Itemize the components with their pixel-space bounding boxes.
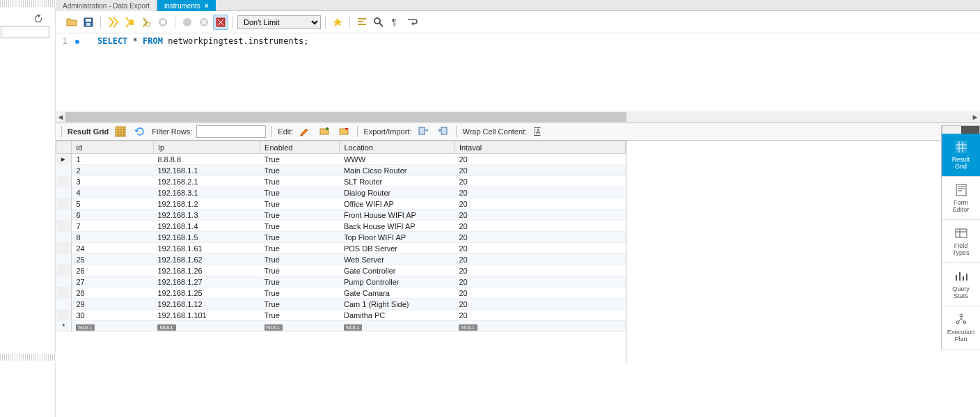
cell-id[interactable]: 4 bbox=[72, 187, 153, 198]
delete-row-button[interactable] bbox=[336, 124, 351, 139]
cell-location[interactable]: Gate Camara bbox=[340, 288, 455, 299]
cell-enabled[interactable]: True bbox=[260, 243, 340, 254]
breakpoint-dot[interactable] bbox=[75, 40, 79, 44]
cell-location[interactable]: Web Server bbox=[340, 254, 455, 265]
grid-view-button[interactable] bbox=[113, 124, 128, 139]
cell-id[interactable]: 8 bbox=[72, 232, 153, 243]
row-marker[interactable] bbox=[56, 221, 72, 232]
cell-location[interactable]: Pump Controller bbox=[340, 276, 455, 288]
row-marker[interactable]: ▸ bbox=[56, 154, 72, 165]
cell-ip[interactable]: 192.168.1.3 bbox=[153, 210, 260, 221]
cell-ip[interactable]: 192.168.1.2 bbox=[153, 198, 260, 210]
cell-intaval[interactable]: 20 bbox=[455, 265, 625, 276]
side-panel-execution-plan[interactable]: Execution Plan bbox=[942, 306, 980, 349]
cell-enabled[interactable]: True bbox=[260, 310, 340, 321]
cell-intaval[interactable]: 20 bbox=[455, 210, 625, 221]
cell-ip[interactable]: 8.8.8.8 bbox=[153, 154, 260, 165]
cell-id[interactable]: 30 bbox=[72, 310, 153, 321]
cell-ip[interactable]: 192.168.1.101 bbox=[153, 310, 260, 321]
cell-location[interactable]: Damitha PC bbox=[340, 310, 455, 321]
cell-id[interactable]: 2 bbox=[72, 165, 153, 176]
refresh-results-button[interactable] bbox=[132, 124, 148, 139]
autocommit-toggle[interactable] bbox=[213, 15, 228, 30]
cell-null[interactable]: NULL bbox=[455, 321, 625, 332]
explain-button[interactable] bbox=[139, 15, 154, 30]
cell-intaval[interactable]: 20 bbox=[455, 165, 625, 176]
cell-location[interactable]: Gate Controller bbox=[340, 265, 455, 276]
cell-enabled[interactable]: True bbox=[260, 221, 340, 232]
column-header-location[interactable]: Location bbox=[340, 141, 455, 154]
sql-editor[interactable]: 1 SELECT * FROM networkpingtest.instrume… bbox=[56, 33, 980, 111]
cell-ip[interactable]: 192.168.1.26 bbox=[153, 265, 260, 276]
cell-id[interactable]: 3 bbox=[72, 176, 153, 187]
panel-drag-handle-bottom[interactable] bbox=[0, 354, 56, 361]
cell-null[interactable]: NULL bbox=[340, 321, 455, 332]
scroll-right-icon[interactable]: ► bbox=[970, 112, 980, 122]
cell-location[interactable]: Dialog Router bbox=[340, 187, 455, 198]
cell-intaval[interactable]: 20 bbox=[455, 254, 625, 265]
row-marker-new[interactable]: * bbox=[56, 321, 72, 332]
result-grid[interactable]: id Ip Enabled Location Intaval ▸ 1 8.8.8… bbox=[56, 141, 626, 363]
cell-ip[interactable]: 192.168.1.27 bbox=[153, 276, 260, 288]
cell-intaval[interactable]: 20 bbox=[455, 176, 625, 187]
cell-intaval[interactable]: 20 bbox=[455, 299, 625, 310]
row-marker[interactable] bbox=[56, 299, 72, 310]
commit-button[interactable] bbox=[180, 15, 195, 30]
row-limit-select[interactable]: Don't Limit bbox=[237, 15, 321, 29]
cell-enabled[interactable]: True bbox=[260, 198, 340, 210]
row-marker[interactable] bbox=[56, 265, 72, 276]
cell-null[interactable]: NULL bbox=[72, 321, 153, 332]
save-button[interactable] bbox=[81, 15, 96, 30]
cell-id[interactable]: 29 bbox=[72, 299, 153, 310]
wrap-button[interactable] bbox=[404, 15, 420, 30]
cell-ip[interactable]: 192.168.3.1 bbox=[153, 187, 260, 198]
row-selector-header[interactable] bbox=[56, 141, 72, 154]
row-marker[interactable] bbox=[56, 276, 72, 288]
cell-enabled[interactable]: True bbox=[260, 254, 340, 265]
table-row[interactable]: 7 192.168.1.4 True Back House WIFI AP 20 bbox=[56, 221, 626, 232]
cell-location[interactable]: SLT Router bbox=[340, 176, 455, 187]
rollback-button[interactable] bbox=[196, 15, 212, 30]
column-header-id[interactable]: id bbox=[72, 141, 153, 154]
cell-intaval[interactable]: 20 bbox=[455, 187, 625, 198]
table-row[interactable]: 3 192.168.2.1 True SLT Router 20 bbox=[56, 176, 626, 187]
wrap-cell-button[interactable]: IA bbox=[531, 124, 546, 139]
cell-intaval[interactable]: 20 bbox=[455, 276, 625, 288]
cell-enabled[interactable]: True bbox=[260, 165, 340, 176]
cell-id[interactable]: 5 bbox=[72, 198, 153, 210]
row-marker[interactable] bbox=[56, 210, 72, 221]
scroll-left-icon[interactable]: ◄ bbox=[56, 112, 65, 122]
cell-location[interactable]: Main Cicso Router bbox=[340, 165, 455, 176]
row-marker[interactable] bbox=[56, 198, 72, 210]
row-marker[interactable] bbox=[56, 165, 72, 176]
table-row[interactable]: 28 192.168.1.25 True Gate Camara 20 bbox=[56, 288, 626, 299]
invisible-chars-button[interactable]: ¶ bbox=[388, 15, 403, 30]
import-button[interactable] bbox=[435, 124, 450, 139]
cell-intaval[interactable]: 20 bbox=[455, 288, 625, 299]
cell-id[interactable]: 24 bbox=[72, 243, 153, 254]
cell-id[interactable]: 27 bbox=[72, 276, 153, 288]
column-header-enabled[interactable]: Enabled bbox=[260, 141, 340, 154]
cell-intaval[interactable]: 20 bbox=[455, 221, 625, 232]
cell-ip[interactable]: 192.168.1.4 bbox=[153, 221, 260, 232]
cell-ip[interactable]: 192.168.2.1 bbox=[153, 176, 260, 187]
cell-intaval[interactable]: 20 bbox=[455, 154, 625, 165]
navigator-filter-input[interactable] bbox=[1, 26, 49, 38]
filter-rows-input[interactable] bbox=[196, 125, 266, 138]
cell-enabled[interactable]: True bbox=[260, 176, 340, 187]
cell-enabled[interactable]: True bbox=[260, 154, 340, 165]
cell-enabled[interactable]: True bbox=[260, 187, 340, 198]
row-marker[interactable] bbox=[56, 243, 72, 254]
table-row[interactable]: ▸ 1 8.8.8.8 True WWW 20 bbox=[56, 154, 626, 165]
cell-intaval[interactable]: 20 bbox=[455, 198, 625, 210]
stop-button[interactable] bbox=[155, 15, 171, 30]
add-row-button[interactable] bbox=[317, 124, 332, 139]
side-panel-field-types[interactable]: Field Types bbox=[942, 220, 980, 263]
cell-location[interactable]: POS DB Server bbox=[340, 243, 455, 254]
side-panel-query-stats[interactable]: Query Stats bbox=[942, 263, 980, 306]
tab-instruments[interactable]: instruments× bbox=[157, 0, 216, 11]
table-row[interactable]: 27 192.168.1.27 True Pump Controller 20 bbox=[56, 276, 626, 288]
cell-location[interactable]: WWW bbox=[340, 154, 455, 165]
panel-drag-handle[interactable] bbox=[0, 0, 56, 7]
edit-row-button[interactable] bbox=[297, 124, 313, 139]
